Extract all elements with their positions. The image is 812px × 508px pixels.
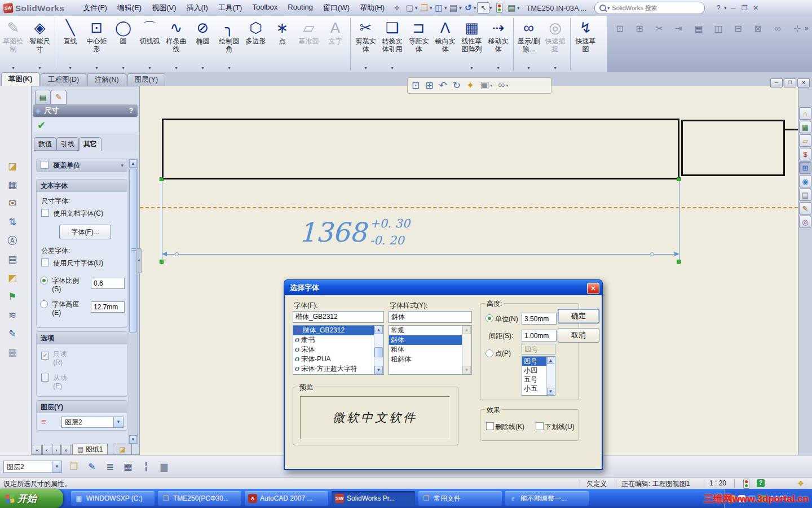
font-height-input[interactable] [91, 301, 125, 313]
stamp-icon[interactable]: ✉ [5, 196, 20, 211]
search-input[interactable] [611, 4, 700, 12]
trim-entities-button[interactable]: ✂ 剪裁实体 ▾ [352, 16, 379, 72]
color-display-mode-icon[interactable]: ▆ [157, 459, 171, 474]
search-icon[interactable]: ◎ [799, 216, 811, 228]
selection-handle[interactable] [677, 260, 681, 264]
panel-help-icon[interactable]: ? [129, 107, 133, 115]
edge-line[interactable] [785, 129, 798, 130]
taskbar-item-folder-tme250[interactable]: ❐ TME250(PCΦ30... [158, 491, 241, 506]
hide-show-items-icon[interactable]: ∞ [496, 78, 510, 93]
toolbar-dropdown-icon[interactable]: ▾ [201, 65, 204, 71]
font-name-input[interactable] [293, 311, 384, 323]
ext-tool-icon-2[interactable]: ⊞ [632, 21, 647, 36]
sheet-nav-prev[interactable]: ‹ [42, 445, 51, 455]
spline-button[interactable]: ∿ 样条曲线 ▾ [163, 16, 189, 72]
menu-item[interactable]: 窗口(W) [318, 1, 355, 15]
panel-scrollbar[interactable]: ▲ ▼ [129, 159, 138, 444]
toolbar-dropdown-icon[interactable]: ▾ [12, 65, 14, 71]
font-scale-radio[interactable] [40, 277, 48, 284]
minimize-button[interactable]: ─ [727, 4, 739, 12]
ok-check-icon[interactable]: ✔ [37, 119, 46, 132]
units-radio[interactable] [486, 314, 493, 322]
scroll-up-icon[interactable]: ▲ [374, 326, 383, 334]
command-list-dropdown-icon[interactable]: ▾ [517, 6, 519, 11]
property-manager-tab[interactable]: ✎ [51, 90, 67, 104]
toolbar-dropdown-icon[interactable]: ▾ [497, 65, 499, 71]
font-list-item[interactable]: O宋体-方正超大字符 [293, 364, 383, 374]
quick-snaps-button[interactable]: ◎ 快速捕捉 ▾ [542, 16, 568, 72]
font-style-list[interactable]: 常规 斜体 粗体 粗斜体 ▲ ▼ [389, 325, 472, 375]
taskbar-item-solidworks[interactable]: SW SolidWorks Pr... [332, 491, 415, 506]
dialog-titlebar[interactable]: 选择字体 [284, 280, 602, 295]
units-input[interactable] [522, 313, 557, 325]
flag-icon[interactable]: ⚑ [5, 290, 20, 304]
toolbar-dropdown-icon[interactable]: ▾ [364, 65, 367, 71]
plane-button[interactable]: ▱ 基准面 ▾ [295, 16, 322, 72]
polygon-button[interactable]: ⬡ 多边形 ▾ [242, 16, 269, 72]
ext-tool-icon-9[interactable]: ∞ [770, 21, 785, 36]
toolbar-dropdown-icon[interactable]: ▾ [228, 65, 230, 71]
menu-item[interactable]: Toolbox [247, 1, 283, 15]
dimension-line[interactable] [166, 254, 676, 255]
layer-combo-dropdown-icon[interactable]: ▼ [52, 461, 61, 472]
override-units-group[interactable]: 覆盖单位 ▾ [36, 159, 127, 172]
font-height-radio[interactable] [40, 300, 48, 308]
sheet-tab[interactable]: ▤ 图纸1 [72, 444, 108, 455]
tab-sketch[interactable]: 草图(K) [1, 72, 39, 86]
child-close-button[interactable]: ✕ [797, 78, 810, 87]
table-icon[interactable]: ▤ [5, 252, 20, 266]
line-color-icon[interactable]: ✎ [85, 459, 99, 474]
menu-item[interactable]: 插入(I) [182, 1, 213, 15]
design-library-icon[interactable]: ▱ [799, 134, 811, 147]
extension-line-right[interactable] [679, 179, 679, 262]
block-icon[interactable]: ◩ [5, 271, 20, 285]
ellipse-button[interactable]: ⊘ 椭圆 ▾ [189, 16, 216, 72]
print-icon[interactable]: ▤ [448, 2, 459, 14]
font-button[interactable]: 字体(F)... [59, 225, 111, 239]
hide-show-edges-icon[interactable]: ╏ [139, 459, 153, 474]
traffic-light-icon[interactable] [496, 3, 502, 13]
move-entities-button[interactable]: ⇢ 移动实体 ▾ [485, 16, 511, 72]
display-delete-relations-button[interactable]: ∞ 显示/删除... ▾ [515, 16, 542, 72]
smart-dimension-button[interactable]: ◈ 智能尺寸 ▾ [27, 16, 53, 72]
override-units-checkbox[interactable] [41, 161, 48, 169]
scroll-up-icon[interactable]: ▲ [129, 159, 137, 168]
taskbar-item-explorer[interactable]: ▣ WINDOWSXP (C:) [71, 491, 155, 506]
strikeout-checkbox[interactable] [486, 422, 494, 430]
font-list-item[interactable]: Tr楷体_GB2312 [293, 326, 383, 335]
font-list-scrollbar[interactable]: ▲ ▼ [374, 326, 383, 374]
line-button[interactable]: ╲ 直线 ▾ [57, 16, 83, 72]
document-icon[interactable]: ▤ [799, 189, 811, 201]
select-dropdown-icon[interactable]: ▾ [489, 6, 492, 11]
line-style-icon[interactable]: ▦ [121, 459, 135, 474]
help-button[interactable]: ? [713, 4, 724, 12]
panel-splitter[interactable]: ◂ [136, 248, 142, 273]
taskbar-item-ie[interactable]: e 能不能调整一... [505, 491, 589, 506]
tab-drawing[interactable]: 工程图(D) [41, 73, 86, 86]
menu-item[interactable]: 工具(T) [213, 1, 248, 15]
mirror-entities-button[interactable]: Λ 镜向实体 ▾ [432, 16, 458, 72]
child-minimize-button[interactable]: ─ [770, 78, 783, 87]
open-icon[interactable]: ❐ [418, 2, 430, 14]
menu-item[interactable]: 视图(V) [147, 1, 181, 15]
file-explorer-icon[interactable]: ⊞ [799, 161, 811, 174]
save-dropdown-icon[interactable]: ▾ [444, 6, 447, 11]
style-list-item[interactable]: 斜体 [389, 335, 471, 345]
circle-button[interactable]: ◯ 圆 ▾ [110, 16, 136, 72]
font-scale-input[interactable] [91, 278, 125, 289]
points-radio[interactable] [486, 349, 493, 357]
search-box[interactable]: ▾ [594, 2, 705, 14]
layer-select[interactable]: 图层2 ▼ [61, 417, 123, 428]
child-restore-button[interactable]: ❐ [784, 78, 796, 87]
pen-icon[interactable]: ✎ [5, 327, 20, 341]
undo-icon[interactable]: ↺ [462, 2, 474, 14]
font-list-item[interactable]: O隶书 [293, 335, 383, 345]
linear-sketch-pattern-button[interactable]: ▦ 线性草图阵列 ▾ [458, 16, 485, 72]
close-button[interactable]: ✕ [750, 4, 761, 12]
font-list-item[interactable]: O宋体-PUA [293, 354, 383, 364]
ext-tool-icon-1[interactable]: ⊡ [612, 21, 627, 36]
scrollbar-thumb[interactable] [374, 347, 383, 357]
sketch-button[interactable]: ✎ 草图绘制 ▾ [0, 16, 27, 72]
point-button[interactable]: ∗ 点 ▾ [269, 16, 295, 72]
reverse-direction-icon[interactable]: ⇅ [5, 215, 20, 229]
